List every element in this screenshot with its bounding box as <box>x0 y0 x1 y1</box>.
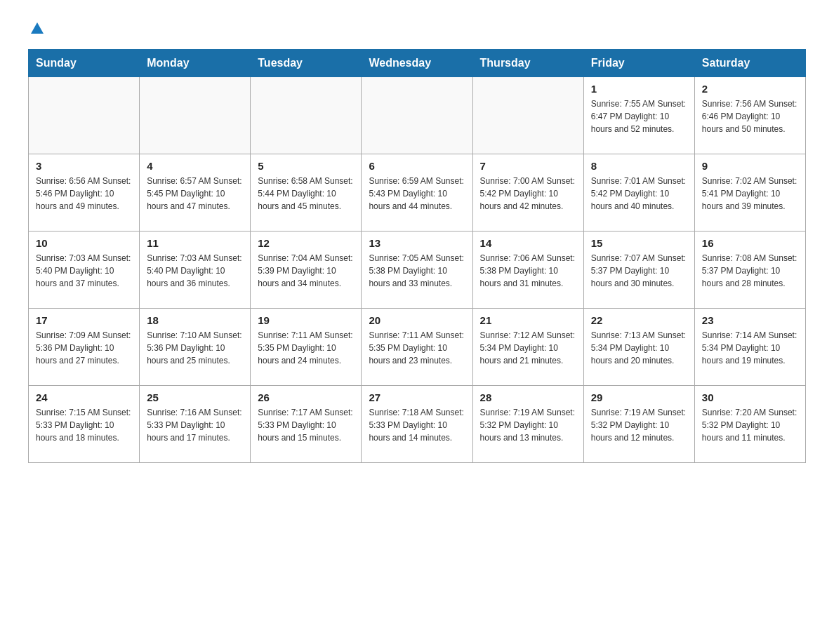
day-info: Sunrise: 7:04 AM Sunset: 5:39 PM Dayligh… <box>258 252 354 290</box>
calendar-cell <box>140 77 251 154</box>
calendar-week-row: 17Sunrise: 7:09 AM Sunset: 5:36 PM Dayli… <box>29 309 806 386</box>
day-number: 16 <box>702 237 798 249</box>
day-info: Sunrise: 7:13 AM Sunset: 5:34 PM Dayligh… <box>591 329 687 367</box>
day-info: Sunrise: 7:03 AM Sunset: 5:40 PM Dayligh… <box>36 252 132 290</box>
day-number: 2 <box>702 83 798 95</box>
day-number: 29 <box>591 391 687 403</box>
calendar-header-row: SundayMondayTuesdayWednesdayThursdayFrid… <box>29 50 806 77</box>
calendar-cell: 20Sunrise: 7:11 AM Sunset: 5:35 PM Dayli… <box>362 309 472 386</box>
day-number: 22 <box>591 314 687 326</box>
day-info: Sunrise: 7:19 AM Sunset: 5:32 PM Dayligh… <box>591 406 687 444</box>
day-info: Sunrise: 7:01 AM Sunset: 5:42 PM Dayligh… <box>591 175 687 213</box>
day-number: 9 <box>702 160 798 172</box>
day-info: Sunrise: 6:58 AM Sunset: 5:44 PM Dayligh… <box>258 175 354 213</box>
day-info: Sunrise: 7:18 AM Sunset: 5:33 PM Dayligh… <box>369 406 465 444</box>
calendar-cell: 5Sunrise: 6:58 AM Sunset: 5:44 PM Daylig… <box>251 154 362 232</box>
day-number: 12 <box>258 237 354 249</box>
day-number: 15 <box>591 237 687 249</box>
calendar-cell: 24Sunrise: 7:15 AM Sunset: 5:33 PM Dayli… <box>29 386 140 463</box>
day-number: 14 <box>480 237 576 249</box>
calendar-cell: 3Sunrise: 6:56 AM Sunset: 5:46 PM Daylig… <box>29 154 140 232</box>
logo <box>28 21 52 35</box>
day-number: 26 <box>258 391 354 403</box>
header <box>28 21 806 35</box>
calendar-cell <box>362 77 472 154</box>
day-number: 1 <box>591 83 687 95</box>
calendar-cell: 2Sunrise: 7:56 AM Sunset: 6:46 PM Daylig… <box>694 77 805 154</box>
day-info: Sunrise: 6:56 AM Sunset: 5:46 PM Dayligh… <box>36 175 132 213</box>
svg-marker-0 <box>31 22 44 34</box>
calendar-cell: 16Sunrise: 7:08 AM Sunset: 5:37 PM Dayli… <box>694 232 805 309</box>
calendar-cell: 22Sunrise: 7:13 AM Sunset: 5:34 PM Dayli… <box>583 309 694 386</box>
day-info: Sunrise: 7:17 AM Sunset: 5:33 PM Dayligh… <box>258 406 354 444</box>
calendar-cell: 9Sunrise: 7:02 AM Sunset: 5:41 PM Daylig… <box>694 154 805 232</box>
calendar-cell: 30Sunrise: 7:20 AM Sunset: 5:32 PM Dayli… <box>694 386 805 463</box>
calendar-cell: 10Sunrise: 7:03 AM Sunset: 5:40 PM Dayli… <box>29 232 140 309</box>
day-info: Sunrise: 7:10 AM Sunset: 5:36 PM Dayligh… <box>147 329 243 367</box>
day-number: 8 <box>591 160 687 172</box>
calendar-header-saturday: Saturday <box>694 50 805 77</box>
day-number: 10 <box>36 237 132 249</box>
day-info: Sunrise: 7:03 AM Sunset: 5:40 PM Dayligh… <box>147 252 243 290</box>
day-info: Sunrise: 7:11 AM Sunset: 5:35 PM Dayligh… <box>369 329 465 367</box>
calendar-cell: 28Sunrise: 7:19 AM Sunset: 5:32 PM Dayli… <box>472 386 583 463</box>
day-info: Sunrise: 7:11 AM Sunset: 5:35 PM Dayligh… <box>258 329 354 367</box>
calendar-cell: 13Sunrise: 7:05 AM Sunset: 5:38 PM Dayli… <box>362 232 472 309</box>
day-number: 24 <box>36 391 132 403</box>
calendar-header-tuesday: Tuesday <box>251 50 362 77</box>
calendar-cell <box>251 77 362 154</box>
day-info: Sunrise: 7:55 AM Sunset: 6:47 PM Dayligh… <box>591 98 687 135</box>
day-number: 3 <box>36 160 132 172</box>
day-number: 11 <box>147 237 243 249</box>
day-number: 4 <box>147 160 243 172</box>
calendar-cell: 27Sunrise: 7:18 AM Sunset: 5:33 PM Dayli… <box>362 386 472 463</box>
calendar-cell: 15Sunrise: 7:07 AM Sunset: 5:37 PM Dayli… <box>583 232 694 309</box>
day-info: Sunrise: 7:09 AM Sunset: 5:36 PM Dayligh… <box>36 329 132 367</box>
day-info: Sunrise: 7:02 AM Sunset: 5:41 PM Dayligh… <box>702 175 798 213</box>
calendar-week-row: 24Sunrise: 7:15 AM Sunset: 5:33 PM Dayli… <box>29 386 806 463</box>
day-info: Sunrise: 7:06 AM Sunset: 5:38 PM Dayligh… <box>480 252 576 290</box>
calendar-cell: 17Sunrise: 7:09 AM Sunset: 5:36 PM Dayli… <box>29 309 140 386</box>
day-number: 17 <box>36 314 132 326</box>
calendar-cell: 19Sunrise: 7:11 AM Sunset: 5:35 PM Dayli… <box>251 309 362 386</box>
calendar-cell: 23Sunrise: 7:14 AM Sunset: 5:34 PM Dayli… <box>694 309 805 386</box>
day-number: 6 <box>369 160 465 172</box>
day-number: 30 <box>702 391 798 403</box>
calendar-cell: 1Sunrise: 7:55 AM Sunset: 6:47 PM Daylig… <box>583 77 694 154</box>
day-info: Sunrise: 7:07 AM Sunset: 5:37 PM Dayligh… <box>591 252 687 290</box>
day-info: Sunrise: 7:15 AM Sunset: 5:33 PM Dayligh… <box>36 406 132 444</box>
calendar-header-sunday: Sunday <box>29 50 140 77</box>
calendar-cell: 29Sunrise: 7:19 AM Sunset: 5:32 PM Dayli… <box>583 386 694 463</box>
calendar-cell: 7Sunrise: 7:00 AM Sunset: 5:42 PM Daylig… <box>472 154 583 232</box>
day-info: Sunrise: 7:08 AM Sunset: 5:37 PM Dayligh… <box>702 252 798 290</box>
day-info: Sunrise: 7:12 AM Sunset: 5:34 PM Dayligh… <box>480 329 576 367</box>
day-info: Sunrise: 7:19 AM Sunset: 5:32 PM Dayligh… <box>480 406 576 444</box>
day-info: Sunrise: 7:05 AM Sunset: 5:38 PM Dayligh… <box>369 252 465 290</box>
calendar-header-monday: Monday <box>140 50 251 77</box>
day-number: 21 <box>480 314 576 326</box>
calendar-cell <box>29 77 140 154</box>
day-number: 18 <box>147 314 243 326</box>
calendar-header-wednesday: Wednesday <box>362 50 472 77</box>
calendar-cell: 4Sunrise: 6:57 AM Sunset: 5:45 PM Daylig… <box>140 154 251 232</box>
day-number: 7 <box>480 160 576 172</box>
calendar-cell: 11Sunrise: 7:03 AM Sunset: 5:40 PM Dayli… <box>140 232 251 309</box>
day-number: 23 <box>702 314 798 326</box>
calendar-cell: 26Sunrise: 7:17 AM Sunset: 5:33 PM Dayli… <box>251 386 362 463</box>
day-info: Sunrise: 6:57 AM Sunset: 5:45 PM Dayligh… <box>147 175 243 213</box>
calendar-week-row: 3Sunrise: 6:56 AM Sunset: 5:46 PM Daylig… <box>29 154 806 232</box>
calendar-cell: 21Sunrise: 7:12 AM Sunset: 5:34 PM Dayli… <box>472 309 583 386</box>
day-info: Sunrise: 7:20 AM Sunset: 5:32 PM Dayligh… <box>702 406 798 444</box>
logo-triangle-icon <box>31 21 44 36</box>
day-number: 25 <box>147 391 243 403</box>
day-info: Sunrise: 7:16 AM Sunset: 5:33 PM Dayligh… <box>147 406 243 444</box>
calendar-cell: 8Sunrise: 7:01 AM Sunset: 5:42 PM Daylig… <box>583 154 694 232</box>
calendar-cell: 18Sunrise: 7:10 AM Sunset: 5:36 PM Dayli… <box>140 309 251 386</box>
calendar-header-friday: Friday <box>583 50 694 77</box>
day-number: 5 <box>258 160 354 172</box>
calendar-week-row: 1Sunrise: 7:55 AM Sunset: 6:47 PM Daylig… <box>29 77 806 154</box>
day-info: Sunrise: 7:14 AM Sunset: 5:34 PM Dayligh… <box>702 329 798 367</box>
day-number: 28 <box>480 391 576 403</box>
calendar-cell <box>472 77 583 154</box>
day-info: Sunrise: 6:59 AM Sunset: 5:43 PM Dayligh… <box>369 175 465 213</box>
